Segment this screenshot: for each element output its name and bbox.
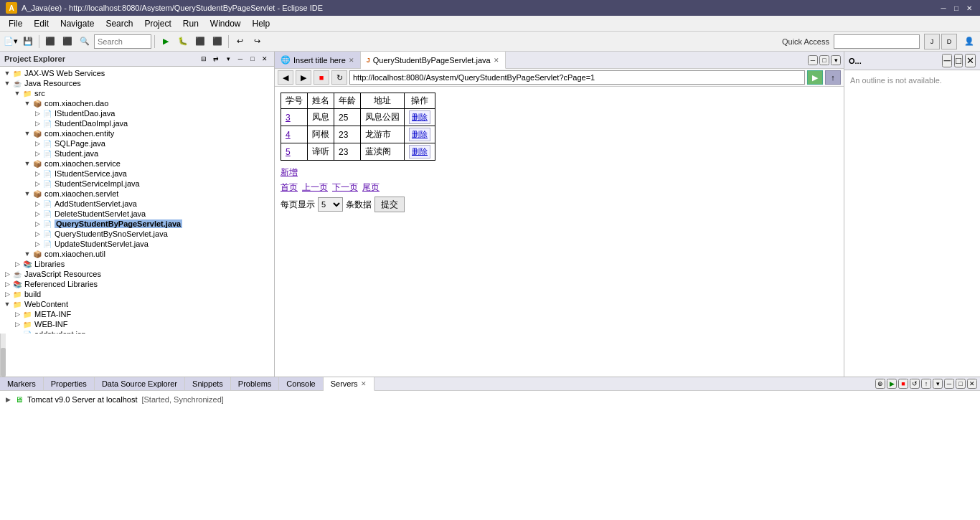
menu-run[interactable]: Run <box>177 17 204 30</box>
tree-toggle-icon[interactable] <box>13 330 22 334</box>
tree-item[interactable]: ▼📦com.xiaochen.service <box>0 159 274 169</box>
menu-project[interactable]: Project <box>138 17 176 30</box>
tree-item[interactable]: ▷📄StudentServiceImpl.java <box>0 179 274 189</box>
tree-item[interactable]: ▼📁src <box>0 88 274 98</box>
outline-close-button[interactable]: ✕ <box>965 54 976 67</box>
tree-item[interactable]: ▼📦com.xiaochen.entity <box>0 128 274 138</box>
delete-button[interactable]: 删除 <box>409 128 430 141</box>
tree-toggle-icon[interactable]: ▷ <box>3 290 11 298</box>
bottom-minimize-button[interactable]: ─ <box>944 379 954 389</box>
tab-data-source-explorer[interactable]: Data Source Explorer <box>95 377 185 390</box>
tab-problems[interactable]: Problems <box>231 377 279 390</box>
tree-toggle-icon[interactable]: ▼ <box>23 129 32 138</box>
bottom-maximize-button[interactable]: □ <box>956 379 966 389</box>
tree-item[interactable]: ▷📁META-INF <box>0 309 274 319</box>
tree-toggle-icon[interactable]: ▷ <box>33 139 42 148</box>
tab-servers[interactable]: Servers ✕ <box>324 377 374 391</box>
perspective-debug-button[interactable]: D <box>941 34 957 49</box>
go-button[interactable]: ▶ <box>807 70 823 85</box>
tab-console[interactable]: Console <box>279 377 323 390</box>
tree-toggle-icon[interactable]: ▼ <box>23 159 32 168</box>
toolbar-btn3[interactable]: ⬛ <box>192 34 208 49</box>
close-button[interactable]: ✕ <box>964 3 974 13</box>
publish-button[interactable]: ↑ <box>825 70 841 85</box>
tree-toggle-icon[interactable]: ▷ <box>33 119 42 128</box>
outline-maximize-button[interactable]: □ <box>954 54 963 67</box>
first-page-link[interactable]: 首页 <box>281 181 298 194</box>
tree-toggle-icon[interactable]: ▷ <box>13 310 22 318</box>
panel-menu-button[interactable]: ▾ <box>223 54 233 64</box>
delete-button[interactable]: 删除 <box>409 145 430 159</box>
tree-item[interactable]: ▼📁JAX-WS Web Services <box>0 68 274 78</box>
search-input[interactable] <box>94 34 151 49</box>
tab-query-servlet-close[interactable]: ✕ <box>494 57 499 64</box>
bottom-new-server-button[interactable]: ⊕ <box>875 379 885 389</box>
tab-markers[interactable]: Markers <box>0 377 44 390</box>
user-icon-button[interactable]: 👤 <box>961 34 977 49</box>
toolbar-btn1[interactable]: ⬛ <box>42 34 58 49</box>
minimize-button[interactable]: ─ <box>938 3 948 13</box>
tree-item[interactable]: ▼📁WebContent <box>0 299 274 309</box>
tree-toggle-icon[interactable]: ▼ <box>23 250 32 258</box>
maximize-panel-button[interactable]: □ <box>248 54 258 64</box>
run-button[interactable]: ▶ <box>158 34 174 49</box>
url-bar[interactable]: http://localhost:8080/Asystem/QueryStude… <box>349 70 805 85</box>
tab-properties[interactable]: Properties <box>44 377 95 390</box>
collapse-all-button[interactable]: ⊟ <box>199 54 209 64</box>
new-student-link[interactable]: 新增 <box>281 166 298 179</box>
refresh-button[interactable]: ↻ <box>331 70 347 85</box>
tree-toggle-icon[interactable]: ▷ <box>33 149 42 158</box>
menu-navigate[interactable]: Navigate <box>55 17 100 30</box>
student-link[interactable]: 5 <box>286 147 291 157</box>
servers-tab-close-icon[interactable]: ✕ <box>361 380 367 387</box>
tab-minimize-button[interactable]: ─ <box>808 55 818 65</box>
minimize-panel-button[interactable]: ─ <box>235 54 245 64</box>
tree-item[interactable]: ▼☕Java Resources <box>0 78 274 88</box>
perspective-java-button[interactable]: J <box>924 34 940 49</box>
tree-item[interactable]: ▷☕JavaScript Resources <box>0 269 274 279</box>
tree-item[interactable]: ▷📄UpdateStudentServlet.java <box>0 239 274 249</box>
delete-button[interactable]: 删除 <box>409 110 430 124</box>
submit-button[interactable]: 提交 <box>374 197 405 212</box>
bottom-close-button[interactable]: ✕ <box>967 379 977 389</box>
close-panel-button[interactable]: ✕ <box>260 54 270 64</box>
tree-item[interactable]: ▷📄Student.java <box>0 148 274 159</box>
tree-toggle-icon[interactable]: ▷ <box>33 209 42 218</box>
tree-item[interactable]: ▷📄IStudentDao.java <box>0 108 274 118</box>
student-link[interactable]: 4 <box>286 130 291 140</box>
bottom-stop-button[interactable]: ■ <box>898 379 908 389</box>
tree-item[interactable]: ▷📚Libraries <box>0 259 274 269</box>
toolbar-btn6[interactable]: ↪ <box>249 34 265 49</box>
tab-snippets[interactable]: Snippets <box>185 377 231 390</box>
bottom-start-button[interactable]: ▶ <box>887 379 897 389</box>
save-button[interactable]: 💾 <box>20 34 36 49</box>
maximize-button[interactable]: □ <box>951 3 961 13</box>
student-link[interactable]: 3 <box>286 113 291 123</box>
menu-file[interactable]: File <box>3 17 28 30</box>
bottom-restart-button[interactable]: ↺ <box>910 379 920 389</box>
tree-item[interactable]: ▷📄SQLPage.java <box>0 138 274 148</box>
tree-toggle-icon[interactable]: ▼ <box>3 79 11 88</box>
tree-item[interactable]: ▼📦com.xiaochen.util <box>0 249 274 259</box>
menu-window[interactable]: Window <box>204 17 247 30</box>
new-button[interactable]: 📄▾ <box>3 34 19 49</box>
menu-help[interactable]: Help <box>247 17 276 30</box>
stop-button[interactable]: ■ <box>314 70 329 85</box>
tree-item[interactable]: ▷📁build <box>0 289 274 299</box>
tab-insert-title-close[interactable]: ✕ <box>349 57 354 64</box>
tree-item[interactable]: ▷📄QueryStudentBySnoServlet.java <box>0 229 274 239</box>
tree-item[interactable]: ▷📄DeleteStudentServlet.java <box>0 209 274 219</box>
toolbar-btn4[interactable]: ⬛ <box>209 34 225 49</box>
tree-toggle-icon[interactable]: ▷ <box>33 179 42 188</box>
tree-item[interactable]: ▷📄AddStudentServlet.java <box>0 199 274 209</box>
tree-toggle-icon[interactable]: ▷ <box>33 219 42 228</box>
tree-item[interactable]: ▷📄QueryStudentByPageServlet.java <box>0 219 274 229</box>
outline-minimize-button[interactable]: ─ <box>942 54 951 67</box>
server-item[interactable]: ▶ 🖥 Tomcat v9.0 Server at localhost [Sta… <box>6 394 974 405</box>
tree-item[interactable]: 📄addstudent.jsp <box>0 329 274 334</box>
tree-toggle-icon[interactable]: ▼ <box>23 189 32 198</box>
forward-button[interactable]: ▶ <box>296 70 311 85</box>
tree-item[interactable]: ▷📁WEB-INF <box>0 319 274 329</box>
tree-toggle-icon[interactable]: ▷ <box>13 320 22 328</box>
tab-menu-button[interactable]: ▾ <box>831 55 841 65</box>
